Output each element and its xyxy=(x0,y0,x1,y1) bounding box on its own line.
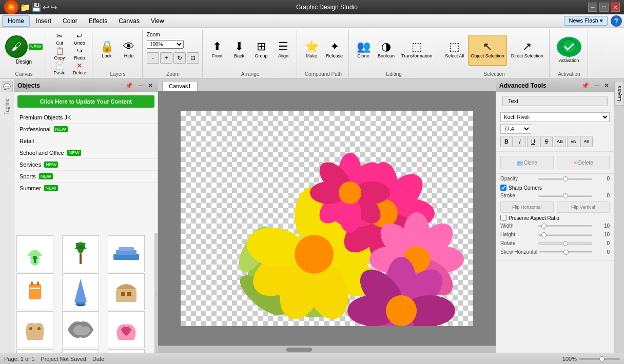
front-button[interactable]: ⬆ Front xyxy=(207,35,227,66)
underline-button[interactable]: U xyxy=(527,136,539,147)
thumbnail-item[interactable] xyxy=(16,311,53,348)
objects-panel-minimize[interactable]: ─ xyxy=(136,82,144,90)
activation-button[interactable]: Activation xyxy=(554,35,584,66)
thumbnail-item[interactable] xyxy=(16,235,53,272)
thumbnail-item[interactable] xyxy=(62,349,99,353)
opacity-slider[interactable] xyxy=(538,178,592,180)
make-button[interactable]: ⭐ Make xyxy=(301,35,322,66)
horizontal-scrollbar[interactable] xyxy=(158,346,496,353)
italic-button[interactable]: I xyxy=(514,136,526,147)
sidebar-chat-button[interactable]: 💬 xyxy=(2,81,13,92)
thumbnail-item[interactable] xyxy=(108,235,145,272)
object-selection-button[interactable]: ↖ Object Selection xyxy=(468,35,507,66)
back-icon: ⬇ xyxy=(235,41,244,52)
direct-selection-button[interactable]: ↗ Direct Selection xyxy=(509,35,546,66)
list-item[interactable]: Retail xyxy=(14,135,158,147)
thumbnail-item[interactable] xyxy=(108,311,145,348)
zoom-fit-button[interactable]: ↻ xyxy=(173,52,186,64)
thumbnail-item[interactable] xyxy=(62,273,99,310)
status-zoom-thumb[interactable] xyxy=(599,356,604,361)
advanced-tools-close[interactable]: ✕ xyxy=(602,82,611,90)
boolean-button[interactable]: ◑ Boolean xyxy=(375,35,397,66)
thumbnail-item[interactable] xyxy=(62,235,99,272)
canvas-viewport[interactable] xyxy=(158,91,496,346)
text-tab[interactable]: Text xyxy=(502,96,608,106)
layers-tab[interactable]: Layers xyxy=(614,81,624,106)
new-badge: NEW xyxy=(44,161,58,168)
undo-button[interactable]: ↩ Undo xyxy=(70,32,89,46)
menu-view[interactable]: View xyxy=(146,16,169,26)
zoom-minus-button[interactable]: - xyxy=(147,52,159,64)
paste-button[interactable]: 📄 Paste xyxy=(50,62,69,75)
canvas-tab-1[interactable]: Canvas1 xyxy=(162,81,198,91)
sharp-corners-checkbox[interactable] xyxy=(500,185,506,191)
advanced-tools-pin[interactable]: 📌 xyxy=(580,82,591,90)
thumbnail-item[interactable] xyxy=(16,273,53,310)
preserve-aspect-checkbox[interactable] xyxy=(500,215,506,221)
bold-button[interactable]: B xyxy=(500,136,513,147)
superscript-button[interactable]: AB xyxy=(580,136,593,147)
list-item[interactable]: Premium Objects JK xyxy=(14,112,158,124)
strikethrough-button[interactable]: S xyxy=(540,136,553,147)
zoom-select[interactable]: 100% 50% 200% xyxy=(147,40,184,49)
redo-button[interactable]: ↪ Redo xyxy=(70,47,89,60)
close-button[interactable]: ✕ xyxy=(611,3,620,12)
list-item[interactable]: School and Office NEW xyxy=(14,147,158,159)
canvas-design-button[interactable]: 🖌 xyxy=(5,35,28,58)
objects-panel-close[interactable]: ✕ xyxy=(146,82,154,90)
stroke-slider[interactable] xyxy=(538,195,592,197)
smallcaps-button[interactable]: AB xyxy=(567,136,579,147)
list-item[interactable]: Services NEW xyxy=(14,159,158,171)
clone-action-button[interactable]: 👥 Clone xyxy=(500,156,554,169)
clone-ribbon-button[interactable]: 👥 Clone xyxy=(353,35,374,66)
thumbnail-item[interactable] xyxy=(108,349,145,353)
copy-button[interactable]: 📋 Copy xyxy=(50,47,69,60)
allcaps-button[interactable]: AB xyxy=(554,136,566,147)
menu-home[interactable]: Home xyxy=(2,15,30,27)
back-button[interactable]: ⬇ Back xyxy=(229,35,249,66)
menu-insert[interactable]: Insert xyxy=(31,16,56,26)
help-button[interactable]: ? xyxy=(611,15,622,27)
flip-horizontal-button[interactable]: Flip Horizontal xyxy=(500,201,554,213)
maximize-button[interactable]: □ xyxy=(599,3,609,12)
rotate-slider[interactable] xyxy=(538,242,592,245)
hide-button[interactable]: 👁 Hide xyxy=(119,35,139,66)
menu-color[interactable]: Color xyxy=(57,16,83,26)
advanced-tools-minimize[interactable]: ─ xyxy=(593,82,600,90)
news-flash-button[interactable]: News Flash ▾ xyxy=(564,16,608,26)
cut-button[interactable]: ✂ Cut xyxy=(50,32,69,46)
width-slider[interactable] xyxy=(538,225,592,227)
group-icon: ⊞ xyxy=(257,41,266,52)
lock-button[interactable]: 🔒 Lock xyxy=(96,35,117,66)
font-size-select[interactable]: 77.4 xyxy=(500,124,531,134)
skew-horizontal-slider[interactable] xyxy=(539,251,592,253)
objects-panel-pin[interactable]: 📌 xyxy=(124,82,134,90)
thumbnail-item[interactable] xyxy=(62,311,99,348)
list-item[interactable]: Professional NEW xyxy=(14,124,158,135)
delete-action-button[interactable]: ✕ Delete xyxy=(557,156,610,169)
panel-resize-handle[interactable]: ⋮ xyxy=(154,233,158,353)
release-button[interactable]: ✦ Release xyxy=(323,35,345,66)
transformation-button[interactable]: ⬚ Transformation xyxy=(399,35,435,66)
thumbnail-item[interactable] xyxy=(108,273,145,310)
align-button[interactable]: ☰ Align xyxy=(273,35,294,66)
list-item[interactable]: Sports NEW xyxy=(14,171,158,183)
flip-vertical-button[interactable]: Flip Vertical xyxy=(557,201,610,213)
list-item[interactable]: Summer NEW xyxy=(14,183,158,194)
menu-canvas[interactable]: Canvas xyxy=(113,16,145,26)
zoom-plus-button[interactable]: + xyxy=(160,52,172,64)
status-zoom-slider[interactable] xyxy=(579,358,620,360)
font-select[interactable]: Koch Rivoli xyxy=(500,112,610,122)
minimize-button[interactable]: ─ xyxy=(588,3,597,12)
delete-button[interactable]: ✕ Delete xyxy=(70,62,89,75)
height-slider[interactable] xyxy=(538,234,592,236)
width-value: 10 xyxy=(594,223,610,229)
menu-effects[interactable]: Effects xyxy=(84,16,112,26)
update-content-button[interactable]: Click Here to Update Your Content xyxy=(17,95,154,108)
zoom-fit-page-button[interactable]: ⊡ xyxy=(187,52,199,64)
group-button[interactable]: ⊞ Group xyxy=(251,35,271,66)
horizontal-scrollbar-thumb[interactable] xyxy=(286,348,312,352)
ribbon-arrange-label: Arrange xyxy=(241,70,260,78)
select-all-button[interactable]: ⬚ Select All xyxy=(442,35,466,66)
thumbnail-item[interactable] xyxy=(16,349,53,353)
